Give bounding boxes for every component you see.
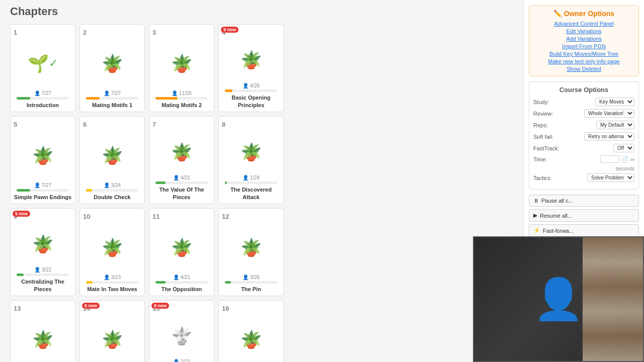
chapter-card[interactable]: 1 🌱 ✓ 👤 7/27 Introduction [10,24,75,112]
badge-new: 9 new [151,303,169,309]
pot-icon: 🪴 [240,329,262,349]
pot-icon: 🪴 [240,50,262,70]
chapter-image: 🪴 [240,128,262,175]
pot-icon: 🪴 [171,53,192,73]
fasttrack-select[interactable]: Off On [613,144,634,152]
chapter-card[interactable]: 12 🪴 👤 3/26 The Pin [218,208,284,296]
action-label: Fast-forwa... [543,228,574,234]
owner-link[interactable]: Add Variations [566,36,602,42]
pot-icon: 🪴 [240,237,262,257]
progress-bar-container [17,189,69,192]
chapter-card[interactable]: 7 🪴 👤 4/21 The Value Of The Pieces [149,116,214,204]
chapter-progress: 👤 7/27 [104,90,121,96]
fasttrack-label: FastTrack: [533,145,564,151]
pencil-icon: ✏️ [553,10,562,18]
chapter-card[interactable]: 5 new 9 🪴 👤 3/22 Centralizing The Pieces [10,208,75,296]
chapters-grid: 1 🌱 ✓ 👤 7/27 Introduction 2 🪴 👤 7/27 Mat… [10,24,513,362]
time-input[interactable] [600,155,619,163]
chapter-image: 🪴 [102,312,123,362]
tactics-select[interactable]: Solve Problem Show Solution [587,173,634,182]
chapter-number: 16 [222,305,229,312]
chapter-progress: 👤 7/27 [34,183,51,188]
chapter-number: 6 [83,121,87,128]
badge-new: 9 new [221,27,238,33]
course-options-title: Course Options [533,86,634,94]
progress-bar-container [17,274,69,276]
chapter-image: 🌱 ✓ [28,36,58,90]
study-row: Study: Key Moves All Moves [533,98,634,106]
chapter-progress: 👤 3/24 [104,183,121,188]
chapter-card[interactable]: 3 🪴 👤 11/26 Mating Motifs 2 [149,24,214,112]
chapter-progress: 👤 7/27 [34,90,51,96]
webcam-feed: 👤 [474,237,643,361]
chess-board-overlay [583,237,643,361]
action-button[interactable]: ⚡Fast-forwa... [529,224,639,237]
progress-bar [86,281,93,284]
time-icon-infinity[interactable]: ∞ [630,156,634,163]
action-button[interactable]: ▶Resume all... [529,209,639,222]
chapter-number: 13 [14,305,21,312]
owner-link[interactable]: Import From PGN [562,43,606,49]
owner-link[interactable]: Edit Variations [566,28,601,34]
chapter-image: 🪴 [171,220,192,275]
chapter-image: 🪴 [171,36,192,90]
progress-bar [17,189,30,192]
chapter-card[interactable]: 11 🪴 👤 4/21 The Opposition [149,208,214,296]
chapter-image: 🪴 [171,312,192,359]
progress-bar [86,189,93,192]
progress-bar-container [225,281,277,284]
pot-icon: 🪴 [102,329,123,349]
chapter-number: 10 [83,213,90,220]
review-label: Review: [533,111,564,117]
main-content: Chapters 1 🌱 ✓ 👤 7/27 Introduction 2 🪴 👤… [0,0,523,362]
owner-link[interactable]: Make new text only info page [548,58,619,64]
time-label: Time: [533,156,564,162]
chapter-progress: 👤 4/21 [173,175,190,180]
chapter-card[interactable]: 2 🪴 👤 7/27 Mating Motifs 1 [79,24,145,112]
time-icon-1[interactable]: 📄 [621,156,628,163]
owner-link[interactable]: Build Key Moves/Move Tree [549,51,618,57]
chapter-image: 🪴 [102,220,123,275]
reps-label: Reps: [533,122,564,128]
chapter-image: 🪴 [171,128,192,175]
chapter-title: The Discovered Attack [222,186,280,201]
action-button[interactable]: ⏸Pause all c... [529,195,639,207]
action-buttons: ⏸Pause all c...▶Resume all...⚡Fast-forwa… [529,195,639,237]
progress-bar-container [155,281,208,284]
progress-bar [225,182,227,184]
chapter-card[interactable]: 6 new 14 🪴 👤 4/25 Realizing A Material..… [79,300,145,362]
chapter-card[interactable]: 6 🪴 👤 3/24 Double Check [79,116,145,204]
chapter-card[interactable]: 8 🪴 👤 1/24 The Discovered Attack [218,116,284,204]
chapter-card[interactable]: 9 new 4 🪴 👤 4/26 Basic Opening Principle… [218,24,284,112]
seconds-label: seconds [533,166,634,171]
chapter-title: Introduction [27,102,59,109]
chapter-card[interactable]: 9 new 15 🪴 👤 2/22 Open Files And Outpost… [149,300,214,362]
chapter-card[interactable]: 10 🪴 👤 3/23 Mate In Two Moves [79,208,145,296]
progress-bar-container [155,97,208,100]
pot-icon: 🪴 [32,329,53,349]
chapter-image: 🪴 [32,312,53,362]
chapter-card[interactable]: 5 🪴 👤 7/27 Simple Pawn Endings [10,116,75,204]
time-input-group: 📄 ∞ [600,155,634,163]
softfail-select[interactable]: Retry on alterna Fail [584,132,634,141]
action-label: Pause all c... [541,198,573,204]
chapter-card[interactable]: 13 🪴 👤 2/20 The Double Attack [10,300,75,362]
owner-link[interactable]: Show Deleted [567,66,601,72]
progress-bar-container [17,97,69,100]
chapter-progress: 👤 3/23 [104,275,121,280]
chapter-card[interactable]: 16 🪴 👤 3/26 Combinations [218,300,284,362]
progress-bar [86,97,100,100]
progress-bar [17,97,30,100]
chapter-progress: 👤 3/26 [243,275,260,280]
page-title: Chapters [10,5,513,18]
chapter-image: 🪴 [240,36,262,83]
reps-select[interactable]: My Default 123 [596,121,634,129]
course-options-panel: Course Options Study: Key Moves All Move… [529,81,639,190]
review-select[interactable]: Whole Variation' Single Move [584,109,634,118]
chapter-title: The Value Of The Pieces [152,186,211,201]
person-icon: 👤 [533,276,584,323]
time-row: Time: 📄 ∞ [533,155,634,163]
owner-link[interactable]: Advanced Control Panel [554,21,614,27]
chapter-title: Mate In Two Moves [87,286,137,293]
study-select[interactable]: Key Moves All Moves [595,98,634,106]
